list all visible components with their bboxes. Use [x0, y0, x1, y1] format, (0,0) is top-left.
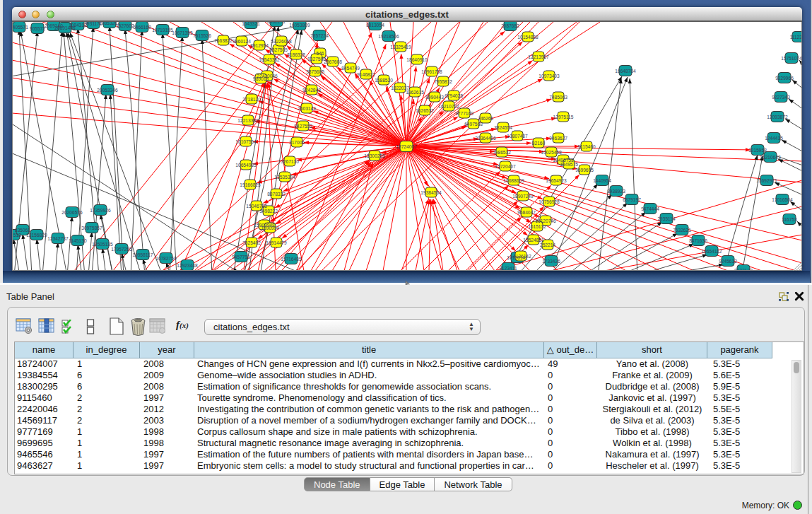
svg-text:8938923: 8938923 [607, 189, 625, 194]
svg-text:10756928: 10756928 [539, 199, 560, 204]
svg-text:9327505: 9327505 [269, 47, 288, 52]
svg-text:9699695: 9699695 [575, 168, 594, 173]
svg-text:9115460: 9115460 [577, 144, 596, 149]
svg-text:16543382: 16543382 [259, 57, 280, 62]
svg-text:1405571: 1405571 [12, 25, 28, 30]
svg-text:12156829: 12156829 [26, 233, 47, 238]
svg-text:7625402: 7625402 [242, 240, 261, 245]
svg-text:1733426: 1733426 [542, 259, 560, 264]
svg-text:8427552: 8427552 [294, 124, 312, 129]
svg-text:12342737: 12342737 [47, 236, 69, 241]
svg-text:8123411: 8123411 [499, 266, 517, 271]
svg-text:16120746: 16120746 [535, 218, 556, 223]
svg-text:6879197: 6879197 [623, 197, 641, 202]
svg-text:2935114: 2935114 [657, 216, 676, 221]
svg-text:1244415: 1244415 [765, 136, 783, 141]
svg-text:391513: 391513 [12, 233, 21, 238]
svg-text:116753: 116753 [782, 217, 797, 222]
svg-text:12505135: 12505135 [92, 242, 113, 247]
svg-text:6466160: 6466160 [133, 25, 151, 30]
svg-text:9457791: 9457791 [232, 255, 250, 259]
svg-text:989013: 989013 [253, 76, 269, 81]
svg-text:7632621: 7632621 [673, 228, 691, 233]
svg-text:18724007: 18724007 [396, 144, 417, 149]
svg-text:3498222: 3498222 [259, 209, 278, 214]
svg-text:835061: 835061 [15, 228, 30, 233]
svg-text:1615132: 1615132 [528, 224, 546, 229]
svg-text:1590994: 1590994 [261, 226, 279, 230]
svg-text:1112341: 1112341 [790, 35, 802, 40]
svg-text:1527602: 1527602 [116, 23, 134, 28]
svg-text:8878332: 8878332 [267, 192, 286, 197]
svg-text:905572: 905572 [30, 26, 45, 31]
svg-text:17957255: 17957255 [111, 247, 132, 252]
svg-text:7663822: 7663822 [214, 38, 233, 43]
svg-text:1362615: 1362615 [406, 90, 424, 95]
svg-text:252214: 252214 [540, 243, 555, 247]
svg-text:30975857: 30975857 [81, 226, 102, 230]
svg-text:7986532: 7986532 [493, 150, 511, 155]
svg-text:10107554: 10107554 [235, 139, 257, 144]
svg-text:20206576: 20206576 [61, 210, 83, 215]
svg-text:10958117: 10958117 [133, 252, 153, 257]
svg-text:2087682: 2087682 [501, 23, 519, 28]
svg-text:10025458: 10025458 [541, 150, 562, 155]
svg-text:16210643: 16210643 [760, 155, 781, 160]
svg-text:6794028: 6794028 [445, 93, 463, 98]
svg-text:8813054: 8813054 [366, 23, 384, 28]
svg-text:16210722: 16210722 [438, 104, 459, 109]
svg-text:9245612: 9245612 [719, 259, 737, 264]
svg-text:2367608: 2367608 [324, 59, 342, 64]
svg-text:19654923: 19654923 [546, 178, 567, 183]
svg-text:14136142: 14136142 [510, 254, 531, 259]
svg-text:12213967: 12213967 [528, 54, 549, 59]
svg-text:9777169: 9777169 [455, 111, 473, 116]
svg-text:10154838: 10154838 [517, 35, 539, 40]
svg-text:8652291: 8652291 [267, 22, 286, 24]
svg-text:3267130: 3267130 [281, 159, 299, 164]
svg-text:6497568: 6497568 [464, 122, 483, 127]
svg-text:19218506: 19218506 [378, 34, 399, 39]
svg-text:9474444: 9474444 [641, 206, 659, 211]
svg-text:20053346: 20053346 [97, 88, 118, 93]
svg-text:317006: 317006 [289, 140, 305, 145]
svg-text:7857224: 7857224 [310, 33, 329, 38]
svg-text:8454749: 8454749 [341, 66, 360, 71]
svg-text:19166825: 19166825 [240, 182, 261, 187]
svg-text:1588520: 1588520 [375, 78, 393, 83]
svg-text:16914479: 16914479 [266, 240, 287, 245]
svg-text:13524851: 13524851 [523, 238, 544, 243]
svg-text:53226058: 53226058 [271, 39, 292, 44]
svg-text:1849575: 1849575 [560, 162, 578, 167]
svg-text:12975115: 12975115 [553, 115, 574, 119]
svg-text:8912954: 8912954 [250, 43, 269, 48]
svg-text:7485063: 7485063 [549, 95, 567, 100]
svg-text:20364436: 20364436 [475, 136, 496, 141]
svg-text:12923448: 12923448 [177, 263, 198, 268]
svg-text:1643321: 1643321 [242, 22, 260, 26]
svg-text:3215958: 3215958 [748, 148, 767, 153]
svg-text:2603144: 2603144 [298, 106, 316, 111]
svg-text:8990443: 8990443 [425, 95, 444, 100]
svg-text:16053809: 16053809 [289, 23, 310, 28]
svg-text:13535394: 13535394 [274, 175, 295, 180]
svg-text:15046788: 15046788 [246, 204, 267, 209]
svg-text:15720407: 15720407 [495, 164, 516, 169]
svg-text:16782759: 16782759 [155, 256, 177, 261]
svg-text:82160: 82160 [532, 141, 546, 146]
svg-text:13325419: 13325419 [390, 45, 411, 49]
svg-text:12213382: 12213382 [237, 118, 259, 123]
svg-text:10807487: 10807487 [507, 134, 528, 139]
svg-text:1145130: 1145130 [69, 238, 87, 243]
svg-text:15716485: 15716485 [281, 257, 302, 262]
svg-text:10654112: 10654112 [702, 249, 722, 254]
svg-text:8471636: 8471636 [689, 238, 707, 243]
svg-text:2718120: 2718120 [242, 97, 261, 102]
svg-text:1822037: 1822037 [391, 86, 409, 90]
svg-text:7515526: 7515526 [193, 33, 211, 38]
svg-text:17016504: 17016504 [772, 197, 793, 202]
svg-text:3824554: 3824554 [494, 125, 512, 130]
svg-text:10973403: 10973403 [539, 74, 560, 78]
svg-text:9242848: 9242848 [302, 88, 321, 93]
svg-text:10671355: 10671355 [172, 30, 193, 35]
